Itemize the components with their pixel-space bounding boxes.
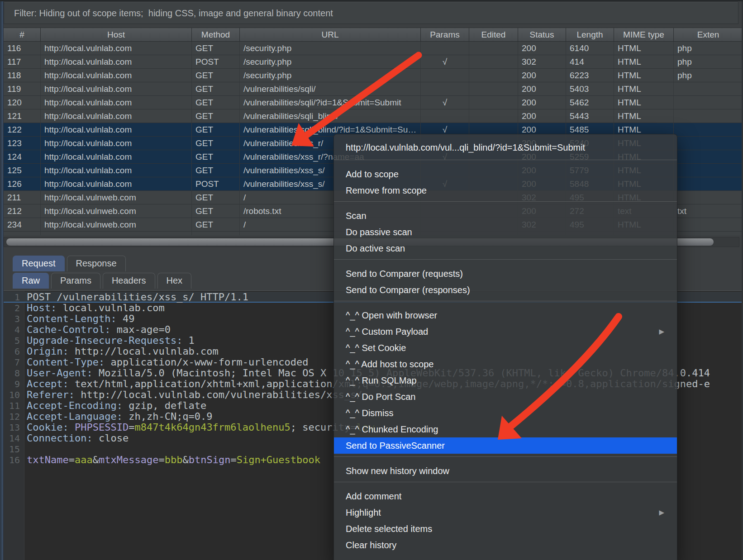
cell-ext bbox=[674, 123, 743, 137]
cell-mime: HTML bbox=[614, 109, 674, 123]
code-segment: close bbox=[93, 432, 129, 444]
column-header-exten[interactable]: Exten bbox=[674, 28, 743, 42]
submenu-arrow-icon: ▶ bbox=[659, 504, 665, 521]
line-content: Accept-Encoding: gzip, deflate bbox=[24, 400, 206, 411]
menu-item-highlight[interactable]: Highlight▶ bbox=[334, 504, 677, 521]
tab-raw[interactable]: Raw bbox=[13, 273, 49, 289]
menu-item-open-with-browser[interactable]: ^_^ Open with browser bbox=[334, 307, 677, 323]
menu-item-send-to-comparer-requests[interactable]: Send to Comparer (requests) bbox=[334, 266, 677, 282]
cell-num: 241 bbox=[4, 232, 41, 235]
menu-item-scan[interactable]: Scan bbox=[334, 208, 677, 224]
cell-params: √ bbox=[421, 96, 469, 109]
cell-host: http://local.vulnweb.com bbox=[41, 218, 192, 232]
menu-item-label: ^_^ Chunked Encoding bbox=[346, 421, 665, 437]
menu-item-set-cookie[interactable]: ^_^ Set Cookie bbox=[334, 340, 677, 356]
window-top-edge bbox=[0, 0, 743, 1]
cell-num: 120 bbox=[4, 96, 41, 109]
cell-host: http://local.vulnlab.com bbox=[41, 137, 192, 150]
line-content: txtName=aaa&mtxMessage=bbb&btnSign=Sign+… bbox=[24, 455, 320, 465]
column-header-params[interactable]: Params bbox=[421, 28, 469, 42]
cell-method: GET bbox=[192, 82, 240, 96]
cell-method: GET bbox=[192, 204, 240, 218]
menu-separator bbox=[334, 201, 677, 202]
column-header-url[interactable]: URL bbox=[240, 28, 421, 42]
table-row[interactable]: 119http://local.vulnlab.comGET/vulnerabi… bbox=[4, 82, 743, 96]
menu-item-label: Do active scan bbox=[346, 240, 665, 256]
menu-item-label: ^_^ Run SQLMap bbox=[346, 372, 665, 389]
cell-edited bbox=[469, 42, 518, 55]
column-header-length[interactable]: Length bbox=[566, 28, 614, 42]
menu-separator bbox=[334, 301, 677, 301]
table-row[interactable]: 117http://local.vulnlab.comPOST/security… bbox=[4, 55, 743, 69]
cell-num: 123 bbox=[4, 137, 41, 150]
column-header-edited[interactable]: Edited bbox=[469, 28, 518, 42]
column-header-status[interactable]: Status bbox=[518, 28, 566, 42]
menu-item-do-port-scan[interactable]: ^_^ Do Port Scan bbox=[334, 389, 677, 405]
menu-item-remove-from-scope[interactable]: Remove from scope bbox=[334, 182, 677, 199]
tab-params[interactable]: Params bbox=[51, 273, 100, 289]
code-segment: & bbox=[93, 454, 99, 465]
menu-item-do-active-scan[interactable]: Do active scan bbox=[334, 240, 677, 256]
line-content: Host: local.vulnlab.com bbox=[24, 303, 165, 313]
tab-hex[interactable]: Hex bbox=[157, 273, 192, 289]
table-row[interactable]: 121http://local.vulnlab.comGET/vulnerabi… bbox=[4, 109, 743, 123]
context-menu-title: http://local.vulnlab.com/vul...qli_blind… bbox=[334, 140, 677, 157]
cell-ext bbox=[674, 150, 743, 164]
code-segment: zh,zh-CN;q=0.9 bbox=[123, 411, 213, 422]
column-header-host[interactable]: Host bbox=[41, 28, 192, 42]
line-number: 1 bbox=[3, 292, 24, 303]
cell-params bbox=[421, 69, 469, 82]
table-row[interactable]: 118http://local.vulnlab.comGET/security.… bbox=[4, 69, 743, 82]
menu-item-label: Clear history bbox=[346, 537, 665, 553]
menu-item-add-comment[interactable]: Add comment bbox=[334, 488, 677, 504]
menu-item-delete-selected-items[interactable]: Delete selected items bbox=[334, 521, 677, 537]
proxy-history-filter-bar[interactable]: Filter: Hiding out of scope items; hidin… bbox=[4, 2, 738, 24]
menu-separator bbox=[334, 259, 677, 260]
message-format-tabs: RawParamsHeadersHex bbox=[13, 273, 194, 289]
cell-status: 200 bbox=[518, 42, 566, 55]
column-header-method[interactable]: Method bbox=[192, 28, 240, 42]
cell-num: 117 bbox=[4, 55, 41, 69]
line-content bbox=[24, 444, 27, 455]
menu-item-clear-history[interactable]: Clear history bbox=[334, 537, 677, 553]
cell-length: 6223 bbox=[566, 69, 614, 82]
menu-item-label: ^_^ Dismiss bbox=[346, 405, 665, 421]
cell-ext: php bbox=[674, 42, 743, 55]
cell-num: 125 bbox=[4, 164, 41, 177]
menu-item-dismiss[interactable]: ^_^ Dismiss bbox=[334, 405, 677, 421]
menu-item-send-to-passivescanner[interactable]: Send to PassiveScanner bbox=[334, 437, 677, 454]
table-row[interactable]: 116http://local.vulnlab.comGET/security.… bbox=[4, 42, 743, 55]
menu-item-do-passive-scan[interactable]: Do passive scan bbox=[334, 224, 677, 240]
tab-request[interactable]: Request bbox=[13, 256, 65, 271]
code-segment: POST /vulnerabilities/xss_s/ HTTP/1.1 bbox=[27, 291, 248, 303]
menu-item-chunked-encoding[interactable]: ^_^ Chunked Encoding bbox=[334, 421, 677, 437]
menu-separator bbox=[334, 456, 677, 457]
code-segment bbox=[69, 422, 75, 433]
code-segment: Sign+Guestbook bbox=[237, 454, 320, 465]
line-content: Cookie: PHPSESSID=m847t4k64gn43frm6laolh… bbox=[24, 422, 374, 433]
cell-params: √ bbox=[421, 55, 469, 69]
table-row[interactable]: 120http://local.vulnlab.comGET/vulnerabi… bbox=[4, 96, 743, 109]
menu-item-custom-payload[interactable]: ^_^ Custom Payload▶ bbox=[334, 323, 677, 340]
cell-length: 5403 bbox=[566, 82, 614, 96]
tab-response[interactable]: Response bbox=[67, 256, 126, 271]
menu-item-add-host-to-scope[interactable]: ^_^ Add host to scope bbox=[334, 356, 677, 372]
menu-item-add-to-scope[interactable]: Add to scope bbox=[334, 166, 677, 182]
cell-ext bbox=[674, 82, 743, 96]
cell-method: GET bbox=[192, 150, 240, 164]
menu-item-send-to-comparer-responses[interactable]: Send to Comparer (responses) bbox=[334, 282, 677, 298]
cell-ext: txt bbox=[674, 204, 743, 218]
cell-url: /vulnerabilities/sqli/ bbox=[240, 82, 421, 96]
cell-mime: HTML bbox=[614, 96, 674, 109]
column-header-mime-type[interactable]: MIME type bbox=[614, 28, 674, 42]
menu-item-label: Remove from scope bbox=[346, 182, 665, 199]
cell-host: http://local.vulnlab.com bbox=[41, 164, 192, 177]
cell-method: POST bbox=[192, 55, 240, 69]
cell-edited bbox=[469, 82, 518, 96]
code-segment: max-age=0 bbox=[110, 324, 170, 335]
tab-headers[interactable]: Headers bbox=[103, 273, 155, 289]
column-header-#[interactable]: # bbox=[4, 28, 41, 42]
menu-item-run-sqlmap[interactable]: ^_^ Run SQLMap bbox=[334, 372, 677, 389]
menu-item-show-new-history-window[interactable]: Show new history window bbox=[334, 463, 677, 479]
code-segment: btnSign bbox=[189, 454, 231, 465]
